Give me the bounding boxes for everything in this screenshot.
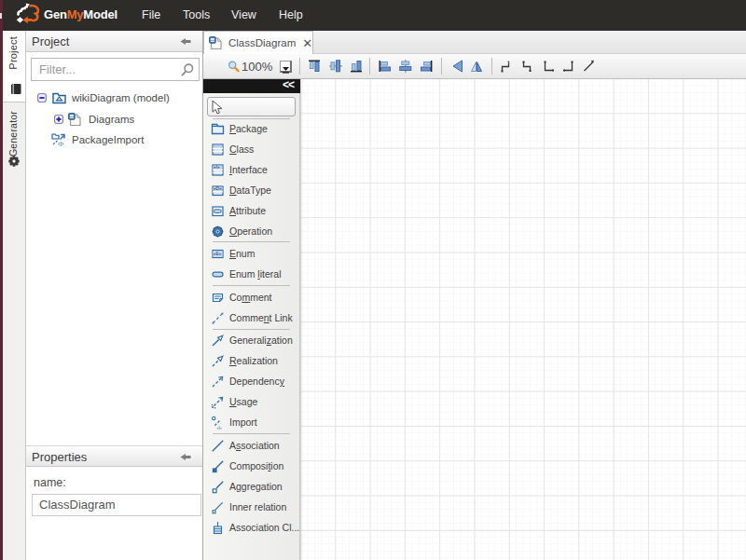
- svg-text:‹I›: ‹I›: [58, 141, 63, 147]
- svg-text:‹I›: ‹I›: [216, 424, 221, 429]
- svg-text:«I»: «I»: [214, 165, 220, 170]
- svg-text:«D»: «D»: [214, 186, 222, 191]
- svg-text:«E»: «E»: [214, 252, 222, 256]
